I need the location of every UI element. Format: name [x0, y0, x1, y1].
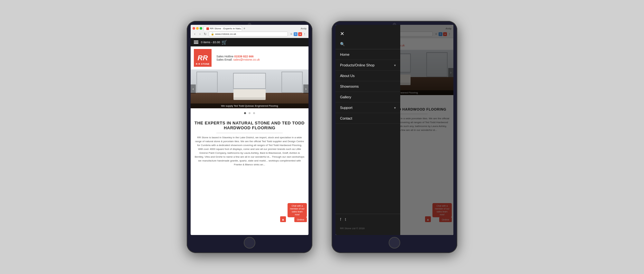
tablet-home-btn-right[interactable]: [389, 237, 400, 249]
minimize-btn-left[interactable]: ▲: [280, 216, 286, 222]
email-label-left: Sales Email:: [216, 58, 232, 61]
ext-icon-left: ●: [298, 32, 302, 36]
tab-title-left: RR Stone - Experts in Natu...: [210, 27, 242, 30]
main-heading-left: THE EXPERTS IN NATURAL STONE AND TED TOD…: [194, 121, 305, 130]
chevron-products-icon: ▾: [394, 64, 396, 67]
browser-chrome-left: RR Stone - Experts in Natu... × + Andy ‹…: [191, 25, 308, 38]
website-left: 0 items - £0.00 🛒 RR R R STONE Sales: [191, 38, 308, 235]
tl-green[interactable]: [200, 27, 202, 30]
nav-search-area: 🔍: [336, 39, 400, 49]
slider-prev-left[interactable]: ‹: [191, 84, 196, 93]
main-body-left: RR Stone is based in Staveley in the Lak…: [194, 136, 305, 167]
nav-items-list: Home Products/Online Shop ▾ About Us Sho…: [336, 49, 400, 214]
room-panel-left-el: [196, 72, 218, 93]
online-btn-left[interactable]: Online: [294, 217, 307, 222]
room-panel-right-el: [281, 72, 303, 93]
forward-btn-left[interactable]: ›: [198, 32, 202, 36]
slider-left: We supply Ted Todd Quissac Engineered Fl…: [191, 70, 308, 108]
nav-footer: f t: [336, 214, 400, 225]
logo-letters-left: RR: [198, 54, 208, 62]
tablet-right-screen: RR Stone - Experts in Natu... × + Andy ‹…: [336, 25, 453, 235]
nav-item-contact[interactable]: Contact: [336, 113, 400, 124]
contact-phone-left[interactable]: 01539 822 666: [234, 55, 254, 58]
nav-search-input[interactable]: [347, 43, 396, 46]
nav-btns-left: ‹ › ↻: [193, 32, 207, 36]
star-icon-left[interactable]: ☆: [289, 32, 293, 36]
tab-bar-left: RR Stone - Experts in Natu... × +: [204, 26, 299, 31]
nav-item-home-label: Home: [340, 53, 349, 56]
lock-icon-left: 🔒: [211, 33, 214, 35]
chevron-support-icon: ▾: [394, 106, 396, 110]
twitter-icon[interactable]: t: [345, 217, 346, 222]
hotline-label-left: Sales Hotline: [216, 55, 233, 58]
chat-widget-left[interactable]: Chat with a member of our sales team now…: [288, 203, 307, 217]
nav-item-contact-label: Contact: [340, 116, 352, 120]
addressbar-left: ‹ › ↻ 🔒 www.rrstone.co.uk ☆ S ● ⋮: [193, 32, 307, 36]
shield-icon-left: S: [294, 32, 298, 36]
room-window-left: [233, 73, 266, 89]
browser-tab-left[interactable]: RR Stone - Experts in Natu... ×: [204, 26, 242, 31]
cart-icon-left[interactable]: 🛒: [222, 40, 227, 45]
tab-favicon-left: [206, 27, 209, 30]
nav-item-support-label: Support: [340, 106, 353, 110]
nav-item-products[interactable]: Products/Online Shop ▾: [336, 60, 400, 71]
logo-left: RR R R STONE: [194, 49, 212, 67]
scene: RR Stone - Experts in Natu... × + Andy ‹…: [0, 0, 644, 274]
cart-info-left: 0 items - £0.00 🛒: [201, 40, 227, 45]
dot-1-left[interactable]: [244, 112, 246, 114]
nav-copyright: RR Stone Ltd © 2016: [336, 225, 400, 232]
nav-menu-right: ✕ 🔍 Home Products/Online Shop ▾ About Us: [336, 25, 400, 235]
new-tab-btn-left[interactable]: +: [243, 27, 245, 30]
slider-caption-left: We supply Ted Todd Quissac Engineered Fl…: [191, 103, 308, 108]
nav-item-home[interactable]: Home: [336, 49, 400, 60]
slider-dots-left: [191, 108, 308, 117]
dot-3-left[interactable]: [253, 112, 255, 114]
browser-user-left: Andy: [301, 27, 307, 30]
nav-item-about[interactable]: About Us: [336, 71, 400, 81]
logo-text-left: R R STONE: [194, 63, 212, 65]
menu-icon-left[interactable]: ⋮: [303, 32, 307, 36]
refresh-btn-left[interactable]: ↻: [203, 32, 207, 36]
sofa-left: [233, 89, 266, 97]
cart-text-left: 0 items - £0.00: [201, 41, 220, 44]
divider-left: [216, 133, 282, 133]
nav-item-gallery[interactable]: Gallery: [336, 92, 400, 103]
slider-next-left[interactable]: ›: [303, 84, 308, 93]
nav-item-showrooms-label: Showrooms: [340, 84, 359, 88]
traffic-lights-left: [193, 27, 202, 30]
nav-item-gallery-label: Gallery: [340, 95, 351, 99]
tl-yellow[interactable]: [196, 27, 199, 30]
nav-item-about-label: About Us: [340, 74, 355, 78]
nav-item-products-label: Products/Online Shop: [340, 63, 374, 67]
search-icon-nav: 🔍: [340, 42, 345, 46]
contact-email-left[interactable]: sales@rrstone.co.uk: [233, 58, 260, 61]
facebook-icon[interactable]: f: [340, 217, 341, 222]
nav-item-showrooms[interactable]: Showrooms: [336, 81, 400, 92]
site-main-left: THE EXPERTS IN NATURAL STONE AND TED TOD…: [191, 117, 308, 235]
tablet-left-screen: RR Stone - Experts in Natu... × + Andy ‹…: [191, 25, 308, 235]
browser-icons-left: ☆ S ● ⋮: [289, 32, 307, 36]
site-header-left: RR R R STONE Sales Hotline 01539 822 666…: [191, 46, 308, 70]
site-topbar-left: 0 items - £0.00 🛒: [191, 38, 308, 46]
tl-red[interactable]: [193, 27, 195, 30]
slider-room-left: [191, 70, 308, 108]
nav-item-support[interactable]: Support ▾: [336, 103, 400, 113]
tablet-home-btn-left[interactable]: [244, 237, 255, 249]
url-text-left: www.rrstone.co.uk: [215, 33, 236, 35]
back-btn-left[interactable]: ‹: [193, 32, 197, 36]
hamburger-left[interactable]: [194, 41, 198, 44]
contact-info-left: Sales Hotline 01539 822 666 Sales Email:…: [216, 55, 260, 61]
tablet-right: RR Stone - Experts in Natu... × + Andy ‹…: [332, 21, 457, 253]
address-bar-left[interactable]: 🔒 www.rrstone.co.uk: [209, 32, 288, 36]
nav-close-btn[interactable]: ✕: [336, 28, 400, 39]
tablet-left: RR Stone - Experts in Natu... × + Andy ‹…: [187, 21, 312, 253]
dot-2-left[interactable]: [249, 112, 251, 114]
